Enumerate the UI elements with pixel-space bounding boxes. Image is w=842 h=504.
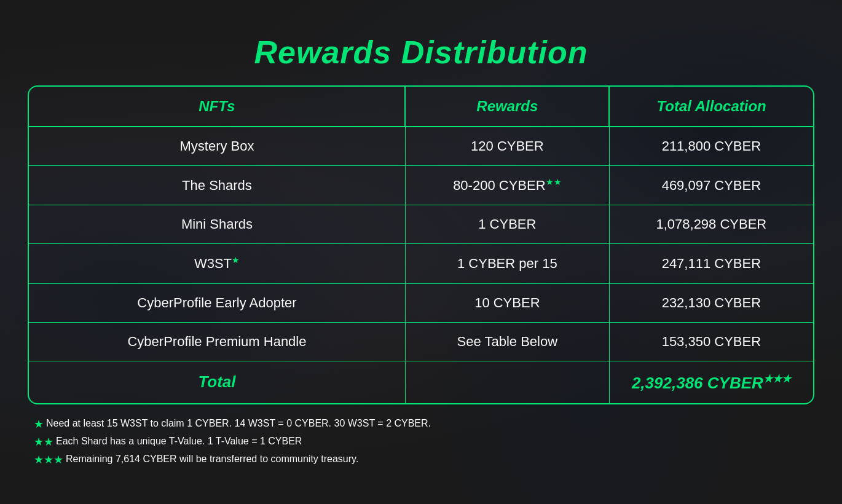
allocation-cell: 247,111 CYBER [609, 244, 813, 283]
header-nfts: NFTs [29, 87, 405, 127]
footnote-star: ★ [34, 417, 44, 431]
rewards-table-wrapper: NFTs Rewards Total Allocation Mystery Bo… [28, 85, 814, 404]
footnotes-section: ★Need at least 15 W3ST to claim 1 CYBER.… [28, 417, 814, 470]
table-row: Mini Shards1 CYBER1,078,298 CYBER [29, 205, 813, 244]
table-row: CyberProfile Premium HandleSee Table Bel… [29, 322, 813, 361]
header-rewards: Rewards [405, 87, 609, 127]
allocation-cell: 211,800 CYBER [609, 127, 813, 166]
table-header-row: NFTs Rewards Total Allocation [29, 87, 813, 127]
rewards-cell: 1 CYBER per 15 [405, 244, 609, 283]
total-allocation: 2,392,386 CYBER★★★ [609, 361, 813, 403]
nft-cell: Mini Shards [29, 205, 405, 244]
total-rewards-empty [405, 361, 609, 403]
footnote-text: Remaining 7,614 CYBER will be transferre… [66, 452, 358, 466]
footnote-star: ★★ [34, 435, 53, 449]
footnote-item: ★Need at least 15 W3ST to claim 1 CYBER.… [34, 417, 808, 431]
total-row: Total2,392,386 CYBER★★★ [29, 361, 813, 403]
footnote-star: ★★★ [34, 453, 63, 467]
table-row: The Shards80-200 CYBER★★469,097 CYBER [29, 165, 813, 205]
rewards-cell: 10 CYBER [405, 283, 609, 322]
allocation-cell: 469,097 CYBER [609, 165, 813, 205]
allocation-cell: 153,350 CYBER [609, 322, 813, 361]
rewards-cell: See Table Below [405, 322, 609, 361]
header-allocation: Total Allocation [609, 87, 813, 127]
nft-cell: The Shards [29, 165, 405, 205]
rewards-cell: 1 CYBER [405, 205, 609, 244]
table-row: W3ST★1 CYBER per 15247,111 CYBER [29, 244, 813, 283]
allocation-cell: 232,130 CYBER [609, 283, 813, 322]
rewards-table: NFTs Rewards Total Allocation Mystery Bo… [29, 87, 813, 403]
footnote-item: ★★Each Shard has a unique T-Value. 1 T-V… [34, 435, 808, 449]
rewards-cell: 80-200 CYBER★★ [405, 165, 609, 205]
nft-cell: CyberProfile Premium Handle [29, 322, 405, 361]
total-label: Total [29, 361, 405, 403]
footnote-text: Need at least 15 W3ST to claim 1 CYBER. … [46, 417, 431, 430]
page-title: Rewards Distribution [254, 34, 588, 71]
main-container: Rewards Distribution NFTs Rewards Total … [28, 34, 814, 470]
rewards-cell: 120 CYBER [405, 127, 609, 166]
table-row: CyberProfile Early Adopter10 CYBER232,13… [29, 283, 813, 322]
footnote-text: Each Shard has a unique T-Value. 1 T-Val… [56, 435, 302, 448]
allocation-cell: 1,078,298 CYBER [609, 205, 813, 244]
nft-cell: W3ST★ [29, 244, 405, 283]
nft-cell: Mystery Box [29, 127, 405, 166]
footnote-item: ★★★Remaining 7,614 CYBER will be transfe… [34, 452, 808, 467]
nft-cell: CyberProfile Early Adopter [29, 283, 405, 322]
table-row: Mystery Box120 CYBER211,800 CYBER [29, 127, 813, 166]
